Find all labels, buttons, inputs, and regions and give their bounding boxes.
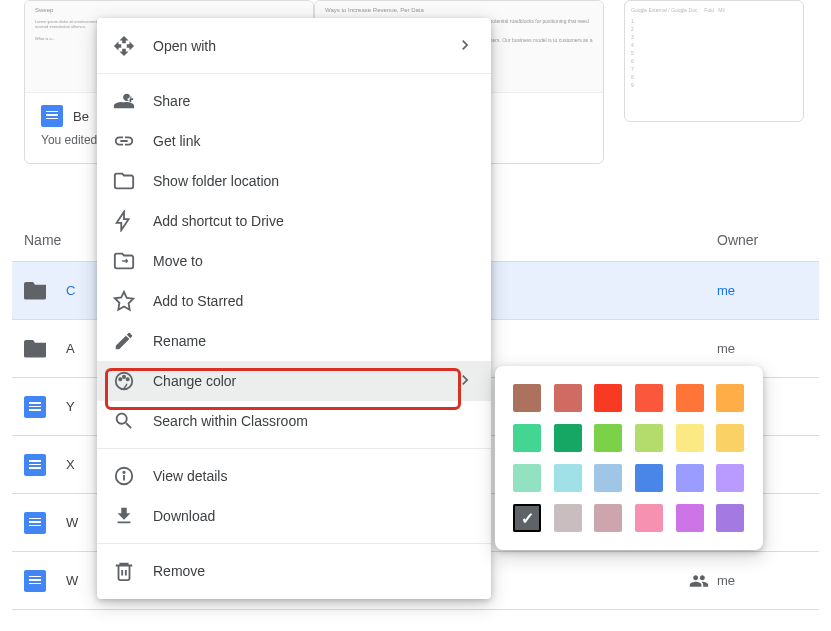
card-title: Be [73,109,89,124]
menu-label: Remove [153,563,205,579]
search-icon [113,410,135,432]
menu-separator [97,448,491,449]
color-swatch[interactable] [676,424,704,452]
svg-point-3 [127,378,129,380]
menu-label: Show folder location [153,173,279,189]
info-icon [113,465,135,487]
color-swatch[interactable] [716,384,744,412]
color-swatch[interactable] [554,464,582,492]
menu-label: Rename [153,333,206,349]
chevron-right-icon [455,35,475,58]
move-icon [113,250,135,272]
menu-label: Change color [153,373,236,389]
docs-icon [24,570,46,592]
color-swatch[interactable] [594,384,622,412]
menu-open-with[interactable]: Open with [97,26,491,66]
menu-view-details[interactable]: View details [97,456,491,496]
color-swatch[interactable] [594,504,622,532]
menu-share[interactable]: Share [97,81,491,121]
color-swatch[interactable] [635,504,663,532]
docs-icon [41,105,63,127]
menu-change-color[interactable]: Change color [97,361,491,401]
folder-icon [113,170,135,192]
menu-label: Open with [153,38,216,54]
menu-remove[interactable]: Remove [97,551,491,591]
color-swatch[interactable] [513,424,541,452]
menu-add-shortcut[interactable]: Add shortcut to Drive [97,201,491,241]
color-picker [495,366,763,550]
file-owner: me [717,341,807,356]
star-icon [113,290,135,312]
color-swatch[interactable] [716,464,744,492]
color-swatch[interactable] [716,424,744,452]
color-swatch[interactable] [635,424,663,452]
col-owner[interactable]: Owner [717,232,807,248]
file-owner: me [717,283,807,298]
menu-label: Add shortcut to Drive [153,213,284,229]
menu-search-classroom[interactable]: Search within Classroom [97,401,491,441]
menu-show-folder[interactable]: Show folder location [97,161,491,201]
color-swatch[interactable] [676,504,704,532]
download-icon [113,505,135,527]
shortcut-icon [113,210,135,232]
color-swatch[interactable] [554,384,582,412]
svg-point-6 [123,472,124,473]
color-swatch[interactable] [716,504,744,532]
color-swatch[interactable] [554,424,582,452]
context-menu: Open with Share Get link Show folder loc… [97,18,491,599]
menu-label: Search within Classroom [153,413,308,429]
menu-label: View details [153,468,227,484]
menu-separator [97,73,491,74]
palette-icon [113,370,135,392]
file-card-3[interactable]: Google External / Google Doc Fold Mil 12… [624,0,804,122]
menu-label: Get link [153,133,200,149]
menu-download[interactable]: Download [97,496,491,536]
menu-label: Add to Starred [153,293,243,309]
chevron-right-icon [455,370,475,393]
menu-label: Download [153,508,215,524]
link-icon [113,130,135,152]
menu-rename[interactable]: Rename [97,321,491,361]
color-swatch[interactable] [513,504,541,532]
color-swatch[interactable] [594,464,622,492]
shared-icon [689,571,709,591]
docs-icon [24,396,46,418]
docs-icon [24,512,46,534]
file-owner: me [717,573,807,588]
color-swatch[interactable] [594,424,622,452]
docs-icon [24,454,46,476]
color-swatch[interactable] [513,384,541,412]
menu-label: Share [153,93,190,109]
menu-separator [97,543,491,544]
share-icon [113,90,135,112]
svg-point-1 [119,378,121,380]
color-swatch[interactable] [676,464,704,492]
color-swatch[interactable] [676,384,704,412]
color-swatch[interactable] [635,464,663,492]
menu-move-to[interactable]: Move to [97,241,491,281]
menu-get-link[interactable]: Get link [97,121,491,161]
open-with-icon [113,35,135,57]
folder-icon [24,280,46,302]
folder-icon [24,338,46,360]
color-swatch[interactable] [513,464,541,492]
color-swatch[interactable] [635,384,663,412]
edit-icon [113,330,135,352]
svg-point-2 [123,376,125,378]
color-swatch[interactable] [554,504,582,532]
trash-icon [113,560,135,582]
menu-add-starred[interactable]: Add to Starred [97,281,491,321]
menu-label: Move to [153,253,203,269]
